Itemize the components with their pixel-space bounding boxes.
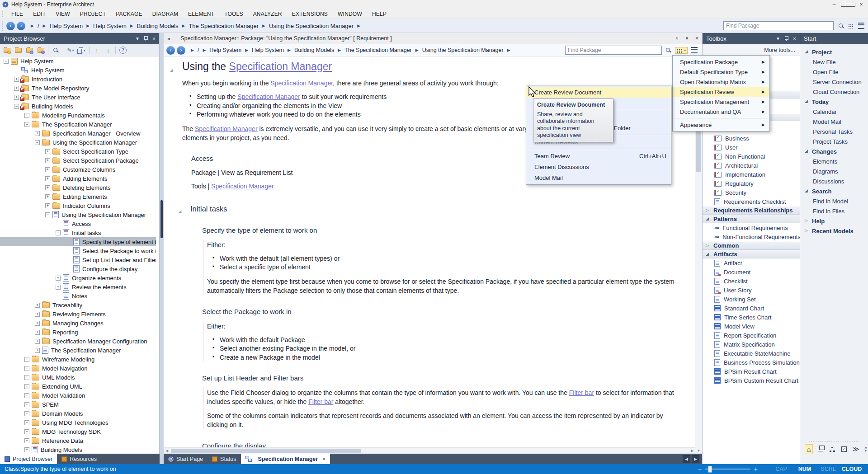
tree-expander-icon[interactable]: − — [24, 122, 29, 127]
tree-item-select-specification-package[interactable]: +Select Specification Package — [0, 156, 156, 165]
tree-item-notes[interactable]: Notes — [0, 291, 156, 300]
tree-item-the-user-interface[interactable]: +The User Interface — [0, 93, 156, 102]
zoom-slider[interactable]: − + — [694, 465, 761, 473]
doc-link[interactable]: Filter bar — [569, 389, 594, 396]
tree-expander-icon[interactable]: + — [24, 402, 29, 407]
find-in-browser-button[interactable] — [52, 46, 60, 54]
tree-item-the-specification-manager[interactable]: +The Specification Manager — [0, 346, 156, 355]
tab-specification-manager[interactable]: Specification Manager× — [241, 454, 330, 464]
breadcrumb-the-specification-manager[interactable]: The Specification Manager — [189, 23, 259, 29]
tree-item-using-mdg-technologies[interactable]: +Using MDG Technologies — [0, 418, 156, 427]
menu-item-open-relationship-matrix[interactable]: Open Relationship Matrix▶ — [673, 77, 769, 87]
tree-item-managing-changes[interactable]: +Managing Changes — [0, 319, 156, 328]
toolbox-item-requirements-checklist[interactable]: Requirements Checklist — [703, 197, 800, 206]
doc-back-button[interactable]: ‹ — [166, 46, 175, 55]
pin-icon[interactable] — [144, 36, 148, 40]
tree-expander-icon[interactable]: + — [24, 429, 29, 434]
doc-link[interactable]: Specification Manager — [270, 80, 333, 87]
tree-item-model-validation[interactable]: +Model Validation — [0, 391, 156, 400]
tree-item-deleting-elements[interactable]: +Deleting Elements — [0, 183, 156, 192]
layout-options-icon[interactable] — [848, 23, 854, 28]
toolbox-item-user[interactable]: User — [703, 143, 800, 152]
collapse-left-icon[interactable]: « — [167, 35, 170, 42]
menu-package[interactable]: PACKAGE — [111, 11, 147, 17]
collapse-up-icon[interactable]: « — [675, 37, 680, 40]
tree-expander-icon[interactable]: + — [24, 357, 29, 362]
doc-link[interactable]: Specification Manager — [237, 93, 300, 100]
toolbox-item-model-view[interactable]: Model View — [703, 322, 800, 331]
toolbox-item-non-functional-requirements[interactable]: «»Non-Functional Requirements — [703, 232, 800, 241]
home-icon[interactable]: ⌂ — [805, 444, 813, 454]
tab-status[interactable]: Status — [208, 454, 241, 464]
splitter-handle[interactable] — [160, 200, 163, 238]
tree-item-specification-manager-overview[interactable]: +Specification Manager - Overview — [0, 129, 156, 138]
copy-dropdown-button[interactable]: ▾ — [78, 46, 86, 54]
menu-project[interactable]: PROJECT — [75, 11, 111, 17]
tree-item-review-the-elements[interactable]: +Review the elements — [0, 282, 156, 291]
tree-item-building-models[interactable]: −Building Models — [0, 102, 156, 111]
start-item-find-in-model[interactable]: Find in Model — [800, 196, 868, 206]
fast-forward-icon[interactable]: ≫ — [852, 444, 860, 454]
windows-icon[interactable] — [816, 444, 825, 454]
breadcrumb-building-models[interactable]: Building Models — [137, 23, 179, 29]
doc-link[interactable]: Specification Manager — [211, 183, 274, 190]
toolbox-item-executable-statemachine[interactable]: Executable StateMachine — [703, 349, 800, 358]
toolbox-item-report-specification[interactable]: Report Specification — [703, 331, 800, 340]
tree-item-mdg-technology-sdk[interactable]: +MDG Technology SDK — [0, 427, 156, 436]
tree-expander-icon[interactable]: + — [35, 303, 40, 308]
tree-item-editing-elements[interactable]: +Editing Elements — [0, 192, 156, 201]
tree-expander-icon[interactable]: + — [24, 366, 29, 371]
start-section-today[interactable]: ◢Today — [800, 97, 868, 107]
tab-start-page[interactable]: Start Page — [164, 454, 208, 464]
tree-item-the-specification-manager[interactable]: −The Specification Manager — [0, 120, 156, 129]
tree-expander-icon[interactable]: + — [35, 348, 40, 353]
edit-dropdown-button[interactable]: ✎▾ — [66, 46, 75, 54]
breadcrumb-building-models[interactable]: Building Models — [294, 47, 334, 53]
breadcrumb-[interactable]: / — [198, 47, 199, 53]
tab-scroll-left-icon[interactable]: ◀ — [683, 455, 690, 463]
new-diagram-button[interactable] — [25, 46, 33, 54]
toolbox-menu-icon[interactable]: ▼ — [776, 36, 780, 41]
dropdown-icon[interactable]: ▼ — [685, 36, 689, 41]
tree-item-customize-columns[interactable]: +Customize Columns — [0, 165, 156, 174]
tree-item-help-system[interactable]: Help System — [0, 66, 156, 75]
tree-item-wireframe-modeling[interactable]: +Wireframe Modeling — [0, 355, 156, 364]
toolbox-item-matrix-specification[interactable]: Matrix Specification — [703, 340, 800, 349]
start-section-project[interactable]: ◢Project — [800, 47, 868, 57]
tree-item-traceability[interactable]: +Traceability — [0, 300, 156, 310]
document-close-icon[interactable]: × — [695, 35, 698, 42]
tree-expander-icon[interactable]: − — [4, 59, 9, 64]
tree-item-indicator-columns[interactable]: +Indicator Columns — [0, 201, 156, 210]
search-icon[interactable] — [838, 23, 844, 29]
move-down-button[interactable]: ↓ — [104, 46, 112, 54]
menu-item-documentation-and-qa[interactable]: Documentation and QA▶ — [673, 107, 769, 117]
menu-help[interactable]: HELP — [367, 11, 392, 17]
start-section-help[interactable]: ▷Help — [800, 216, 868, 226]
start-item-discussions[interactable]: Discussions — [800, 176, 868, 186]
menu-item-specification-review[interactable]: Specification Review▶ — [673, 87, 769, 97]
tab-resources[interactable]: Resources — [57, 454, 101, 464]
tree-expander-icon[interactable]: − — [56, 230, 61, 235]
tree-item-building-models[interactable]: +Building Models — [0, 445, 156, 454]
breadcrumb-help-system[interactable]: Help System — [252, 47, 284, 53]
breadcrumb-using-the-specification-manager[interactable]: Using the Specification Manager — [269, 23, 354, 29]
panel-splitter[interactable] — [160, 33, 164, 464]
toolbox-item-business-process-simulation[interactable]: Business Process Simulation — [703, 358, 800, 367]
breadcrumb-using-the-specification-manager[interactable]: Using the Specification Manager — [422, 47, 504, 53]
scroll-down-arrow[interactable]: ▼ — [695, 448, 702, 454]
doc-hamburger-icon[interactable] — [691, 47, 698, 53]
tree-expander-icon[interactable]: + — [45, 203, 50, 208]
start-item-model-mail[interactable]: Model Mail — [800, 117, 868, 127]
tree-item-uml-models[interactable]: +UML Models — [0, 373, 156, 382]
tree-expander-icon[interactable]: + — [24, 384, 29, 389]
menu-item-default-specification-type[interactable]: Default Specification Type▶ — [673, 67, 769, 77]
tree-expander-icon[interactable]: + — [45, 176, 50, 181]
tree-item-domain-models[interactable]: +Domain Models — [0, 409, 156, 418]
tree-expander-icon[interactable]: + — [35, 321, 40, 326]
tree-item-introduction[interactable]: +Introduction — [0, 75, 156, 84]
tree-expander-icon[interactable]: + — [45, 158, 50, 163]
scroll-right-arrow[interactable]: ▶ — [689, 448, 695, 454]
menu-item-element-discussions[interactable]: Element Discussions — [526, 161, 671, 172]
tree-item-set-up-list-header-and-filter-bars[interactable]: Set up List Header and Filter bars — [0, 255, 156, 264]
tree-item-extending-uml[interactable]: +Extending UML — [0, 382, 156, 391]
